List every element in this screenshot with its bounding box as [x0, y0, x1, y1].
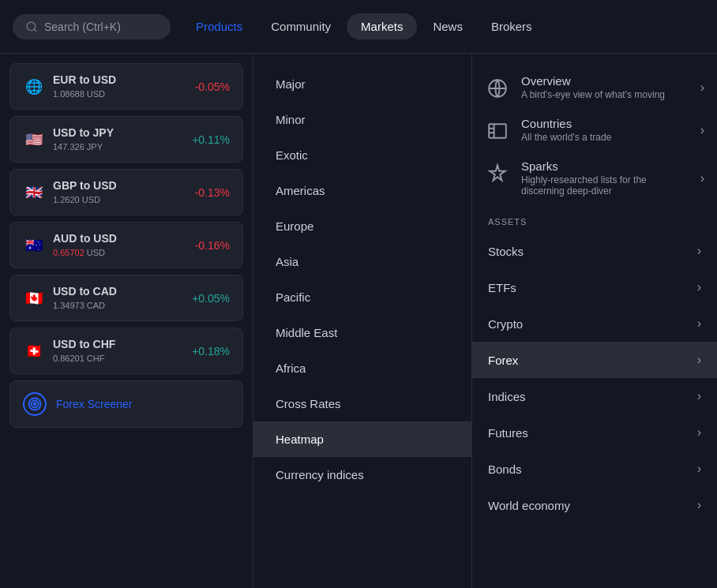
menu-pacific[interactable]: Pacific	[253, 279, 471, 315]
pair-label: USD to CAD	[53, 285, 117, 298]
etfs-arrow: ›	[697, 280, 701, 294]
rate-label: 1.2620 USD	[53, 193, 117, 205]
overview-subtitle: A bird's-eye view of what's moving	[521, 89, 665, 100]
menu-cross-rates[interactable]: Cross Rates	[253, 386, 471, 421]
top-nav: Search (Ctrl+K) Products Community Marke…	[0, 0, 717, 54]
asset-crypto[interactable]: Crypto ›	[472, 305, 717, 342]
forex-card-eurusd[interactable]: 🌐 EUR to USD 1.08688 USD -0.05%	[9, 63, 243, 110]
forex-info-eurusd: EUR to USD 1.08688 USD	[53, 73, 116, 99]
forex-card-left: 🇨🇭 USD to CHF 0.86201 CHF	[23, 338, 115, 364]
menu-major[interactable]: Major	[253, 66, 471, 102]
pair-label: USD to CHF	[53, 338, 115, 350]
change-usdchf: +0.18%	[192, 345, 230, 358]
change-usdcad: +0.05%	[192, 292, 230, 305]
forex-card-usdcad[interactable]: 🇨🇦 USD to CAD 1.34973 CAD +0.05%	[9, 275, 243, 321]
nav-products[interactable]: Products	[183, 13, 255, 39]
menu-currency-indices[interactable]: Currency indices	[253, 457, 471, 492]
forex-card-audusd[interactable]: 🇦🇺 AUD to USD 0.65702 USD -0.16%	[9, 222, 243, 268]
sparks-subtitle: Highly-researched lists for the discerni…	[521, 174, 689, 197]
menu-europe[interactable]: Europe	[253, 208, 471, 244]
menu-asia[interactable]: Asia	[253, 244, 471, 279]
overview-item[interactable]: Overview A bird's-eye view of what's mov…	[472, 66, 717, 109]
nav-brokers[interactable]: Brokers	[479, 13, 545, 39]
forex-card-left: 🌐 EUR to USD 1.08688 USD	[23, 73, 116, 99]
overview-text: Overview A bird's-eye view of what's mov…	[521, 74, 665, 100]
forex-screener-card[interactable]: Forex Screener	[9, 380, 243, 428]
sparks-item[interactable]: Sparks Highly-researched lists for the d…	[472, 152, 717, 204]
asset-indices[interactable]: Indices ›	[472, 378, 717, 414]
nav-markets[interactable]: Markets	[347, 13, 417, 39]
menu-exotic[interactable]: Exotic	[253, 137, 471, 173]
stocks-arrow: ›	[697, 244, 701, 258]
asset-world-economy[interactable]: World economy ›	[472, 487, 717, 523]
countries-item[interactable]: Countries All the world's a trade ›	[472, 109, 717, 152]
forex-arrow: ›	[697, 353, 701, 367]
right-panel: Overview A bird's-eye view of what's mov…	[472, 54, 717, 588]
asset-etfs[interactable]: ETFs ›	[472, 269, 717, 305]
sparks-arrow: ›	[700, 171, 704, 185]
left-panel: 🌐 EUR to USD 1.08688 USD -0.05% 🇺🇸 USD t…	[0, 54, 253, 588]
forex-card-usdchf[interactable]: 🇨🇭 USD to CHF 0.86201 CHF +0.18%	[9, 328, 243, 374]
forex-card-left: 🇬🇧 GBP to USD 1.2620 USD	[23, 179, 117, 205]
countries-text: Countries All the world's a trade	[521, 117, 611, 143]
pair-label: USD to JPY	[53, 126, 114, 139]
crypto-arrow: ›	[697, 316, 701, 331]
forex-info-usdjpy: USD to JPY 147.326 JPY	[53, 126, 114, 152]
globe-icon	[485, 76, 510, 101]
asset-stocks[interactable]: Stocks ›	[472, 233, 717, 269]
rate-label: 1.08688 USD	[53, 88, 116, 99]
bonds-arrow: ›	[697, 462, 701, 476]
overview-title: Overview	[521, 74, 665, 88]
flag-usdchf: 🇨🇭	[23, 340, 45, 362]
pair-label: GBP to USD	[53, 179, 117, 192]
screener-label: Forex Screener	[56, 398, 132, 410]
nav-links: Products Community Markets News Brokers	[183, 13, 545, 39]
futures-arrow: ›	[697, 425, 701, 440]
sparks-icon	[485, 161, 510, 186]
forex-card-left: 🇦🇺 AUD to USD 0.65702 USD	[23, 232, 117, 258]
rate-label: 0.86201 CHF	[53, 352, 115, 364]
flag-audusd: 🇦🇺	[23, 234, 45, 257]
search-bar[interactable]: Search (Ctrl+K)	[13, 14, 171, 39]
assets-section: ASSETS Stocks › ETFs › Crypto › Forex › …	[472, 204, 717, 530]
countries-arrow: ›	[700, 123, 704, 137]
svg-point-4	[34, 403, 36, 406]
countries-subtitle: All the world's a trade	[521, 132, 611, 143]
forex-info-gbpusd: GBP to USD 1.2620 USD	[53, 179, 117, 205]
asset-bonds[interactable]: Bonds ›	[472, 451, 717, 487]
flag-eurusd: 🌐	[23, 76, 45, 98]
asset-futures[interactable]: Futures ›	[472, 414, 717, 451]
world-economy-arrow: ›	[697, 498, 701, 512]
search-placeholder: Search (Ctrl+K)	[44, 21, 121, 33]
forex-card-left: 🇨🇦 USD to CAD 1.34973 CAD	[23, 285, 117, 311]
forex-info-usdchf: USD to CHF 0.86201 CHF	[53, 338, 115, 364]
change-eurusd: -0.05%	[195, 81, 230, 93]
sparks-title: Sparks	[521, 159, 689, 173]
rate-label: 0.65702 USD	[53, 246, 117, 258]
change-audusd: -0.16%	[195, 239, 230, 252]
countries-icon	[485, 118, 510, 144]
nav-community[interactable]: Community	[258, 13, 343, 39]
svg-point-0	[27, 22, 36, 31]
screener-icon	[23, 392, 47, 416]
change-gbpusd: -0.13%	[195, 186, 230, 199]
menu-middle-east[interactable]: Middle East	[253, 315, 471, 350]
forex-info-audusd: AUD to USD 0.65702 USD	[53, 232, 117, 258]
rate-label: 147.326 JPY	[53, 140, 114, 152]
rate-label: 1.34973 CAD	[53, 299, 117, 311]
sparks-text: Sparks Highly-researched lists for the d…	[521, 159, 689, 197]
pair-label: EUR to USD	[53, 73, 116, 86]
overview-arrow: ›	[700, 81, 704, 95]
menu-heatmap[interactable]: Heatmap	[253, 421, 471, 457]
flag-gbpusd: 🇬🇧	[23, 182, 45, 204]
forex-card-gbpusd[interactable]: 🇬🇧 GBP to USD 1.2620 USD -0.13%	[9, 169, 243, 215]
menu-africa[interactable]: Africa	[253, 350, 471, 386]
forex-card-usdjpy[interactable]: 🇺🇸 USD to JPY 147.326 JPY +0.11%	[9, 116, 243, 163]
search-icon	[25, 21, 38, 33]
svg-rect-6	[489, 124, 506, 137]
asset-forex[interactable]: Forex ›	[472, 342, 717, 378]
menu-americas[interactable]: Americas	[253, 173, 471, 208]
nav-news[interactable]: News	[420, 13, 475, 39]
menu-minor[interactable]: Minor	[253, 102, 471, 137]
countries-title: Countries	[521, 117, 611, 130]
